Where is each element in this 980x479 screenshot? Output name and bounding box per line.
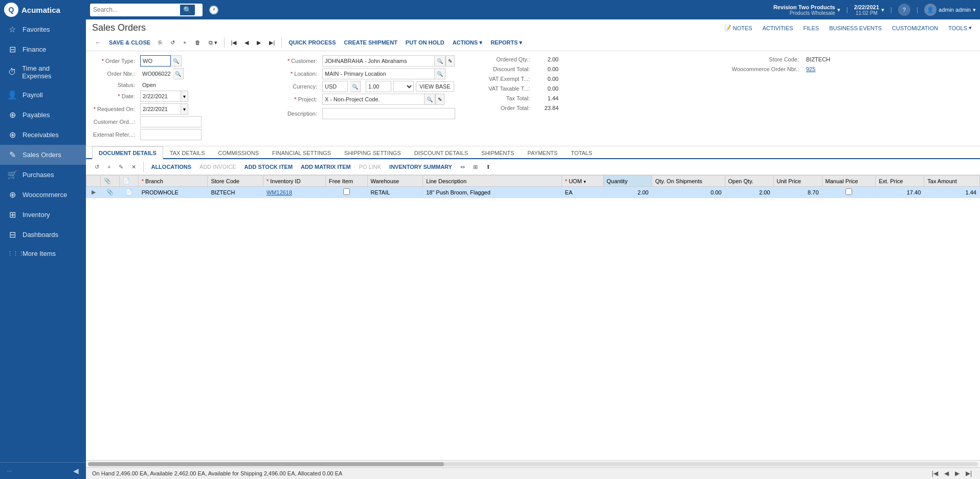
- prev-button[interactable]: ◀: [241, 38, 252, 48]
- scrollbar-track[interactable]: [88, 462, 978, 466]
- customer-ord-input[interactable]: [140, 116, 202, 127]
- detail-edit-button[interactable]: ✎: [116, 163, 126, 171]
- sidebar-item-dashboards[interactable]: ⊟ Dashboards: [0, 225, 86, 245]
- col-inventory-id[interactable]: Inventory ID: [263, 176, 325, 187]
- files-button[interactable]: FILES: [801, 24, 821, 32]
- customer-search-icon[interactable]: 🔍: [435, 55, 446, 67]
- reports-button[interactable]: REPORTS ▾: [487, 38, 525, 48]
- project-edit-icon[interactable]: ✎: [435, 94, 444, 105]
- sidebar-item-time-expenses[interactable]: ⏱ Time and Expenses: [0, 59, 86, 85]
- currency-rate-input[interactable]: [366, 81, 391, 92]
- col-uom[interactable]: UOM ▾: [562, 176, 603, 187]
- col-branch[interactable]: Branch: [138, 176, 208, 187]
- currency-search-icon[interactable]: 🔍: [350, 81, 361, 92]
- project-search-icon[interactable]: 🔍: [425, 94, 435, 105]
- sidebar-item-inventory[interactable]: ⊞ Inventory: [0, 205, 86, 225]
- next-button[interactable]: ▶: [254, 38, 264, 48]
- horizontal-scrollbar[interactable]: [86, 460, 980, 467]
- currency-rate-select[interactable]: [393, 81, 414, 92]
- add-matrix-item-button[interactable]: ADD MATRIX ITEM: [298, 163, 353, 171]
- excel-button[interactable]: ⊞: [471, 163, 480, 171]
- search-button[interactable]: 🔍: [180, 5, 195, 15]
- detail-delete-button[interactable]: ✕: [129, 163, 139, 171]
- tab-financial-settings[interactable]: FINANCIAL SETTINGS: [265, 146, 338, 159]
- col-ext-price[interactable]: Ext. Price: [876, 176, 924, 187]
- put-on-hold-button[interactable]: PUT ON HOLD: [403, 38, 448, 47]
- sidebar-item-sales-orders[interactable]: ✎ Sales Orders: [0, 145, 86, 165]
- col-tax-amount[interactable]: Tax Amount: [924, 176, 980, 187]
- status-prev-button[interactable]: ◀: [942, 469, 951, 477]
- create-shipment-button[interactable]: CREATE SHIPMENT: [341, 38, 400, 47]
- tab-tax-details[interactable]: TAX DETAILS: [163, 146, 212, 159]
- order-type-search-icon[interactable]: 🔍: [171, 55, 182, 67]
- customer-input[interactable]: [322, 55, 435, 67]
- order-type-input[interactable]: [140, 55, 171, 67]
- currency-input[interactable]: [322, 81, 348, 92]
- col-open-qty[interactable]: Open Qty.: [725, 176, 773, 187]
- location-input[interactable]: [322, 68, 435, 79]
- more-button[interactable]: ⧉ ▾: [206, 38, 220, 48]
- first-button[interactable]: |◀: [228, 38, 240, 48]
- status-next-button[interactable]: ▶: [953, 469, 962, 477]
- help-button[interactable]: ?: [898, 4, 910, 16]
- view-base-button[interactable]: VIEW BASE: [416, 81, 454, 92]
- tab-totals[interactable]: TOTALS: [564, 146, 599, 159]
- sidebar-item-favorites[interactable]: ☆ Favorites: [0, 19, 86, 39]
- sidebar-item-payroll[interactable]: 👤 Payroll: [0, 85, 86, 105]
- woo-order-value[interactable]: 925: [804, 65, 817, 73]
- logo-area[interactable]: Q Acumatica: [4, 3, 86, 17]
- col-warehouse[interactable]: Warehouse: [367, 176, 423, 187]
- col-unit-price[interactable]: Unit Price: [773, 176, 822, 187]
- fit-button[interactable]: ⇔: [458, 163, 467, 171]
- row-free-item[interactable]: [326, 187, 368, 198]
- tab-shipping-settings[interactable]: SHIPPING SETTINGS: [338, 146, 408, 159]
- manual-price-checkbox[interactable]: [845, 188, 852, 195]
- export-button[interactable]: ⬆: [483, 163, 493, 171]
- sidebar-bottom[interactable]: ··· ◀: [0, 462, 86, 479]
- undo-button[interactable]: ↺: [167, 38, 178, 48]
- company-selector[interactable]: Revision Two Products Products Wholesale…: [773, 4, 840, 16]
- notes-button[interactable]: 📝 NOTES: [722, 24, 754, 32]
- sidebar-item-woocommerce[interactable]: ⊕ Woocommerce: [0, 185, 86, 205]
- sidebar-item-finance[interactable]: ⊟ Finance: [0, 39, 86, 59]
- inventory-summary-button[interactable]: INVENTORY SUMMARY: [387, 163, 455, 171]
- customization-button[interactable]: CUSTOMIZATION: [890, 24, 940, 32]
- sidebar-item-purchases[interactable]: 🛒 Purchases: [0, 165, 86, 185]
- requested-on-input[interactable]: [140, 103, 181, 115]
- requested-on-calendar-icon[interactable]: ▾: [181, 103, 188, 115]
- col-store-code[interactable]: Store Code: [208, 176, 263, 187]
- save-close-button[interactable]: SAVE & CLOSE: [106, 38, 153, 47]
- table-row[interactable]: ▶ 📎 📄 PRODWHOLE BIZTECH WM12618 RETAIL 1…: [86, 187, 980, 198]
- history-button[interactable]: 🕐: [207, 3, 221, 17]
- add-button[interactable]: +: [180, 38, 189, 47]
- col-manual-price[interactable]: Manual Price: [822, 176, 876, 187]
- date-calendar-icon[interactable]: ▾: [181, 91, 188, 102]
- row-doc[interactable]: 📄: [120, 187, 139, 198]
- user-menu[interactable]: 👤 admin admin ▾: [924, 4, 976, 16]
- col-line-description[interactable]: Line Description: [423, 176, 562, 187]
- scrollbar-thumb[interactable]: [88, 462, 444, 466]
- back-button[interactable]: ←: [92, 38, 104, 47]
- col-qty-on-shipments[interactable]: Qty. On Shipments: [652, 176, 725, 187]
- sidebar-item-payables[interactable]: ⊕ Payables: [0, 105, 86, 125]
- activities-button[interactable]: ACTIVITIES: [761, 24, 795, 32]
- tab-discount-details[interactable]: DISCOUNT DETAILS: [408, 146, 475, 159]
- tab-payments[interactable]: PAYMENTS: [521, 146, 564, 159]
- tab-shipments[interactable]: SHIPMENTS: [475, 146, 521, 159]
- col-quantity[interactable]: Quantity: [603, 176, 652, 187]
- business-events-button[interactable]: BUSINESS EVENTS: [827, 24, 884, 32]
- tools-button[interactable]: TOOLS ▾: [946, 24, 974, 32]
- sidebar-collapse-button[interactable]: ◀: [73, 467, 79, 475]
- search-input[interactable]: [93, 6, 180, 13]
- add-stock-item-button[interactable]: ADD STOCK ITEM: [242, 163, 296, 171]
- tab-commissions[interactable]: COMMISSIONS: [212, 146, 265, 159]
- last-button[interactable]: ▶|: [266, 38, 278, 48]
- customer-edit-icon[interactable]: ✎: [446, 55, 455, 67]
- free-item-checkbox[interactable]: [343, 188, 350, 195]
- delete-button[interactable]: 🗑: [192, 38, 204, 47]
- row-expand[interactable]: ▶: [86, 187, 101, 198]
- status-last-button[interactable]: ▶|: [964, 469, 974, 477]
- external-refer-input[interactable]: [140, 129, 202, 140]
- description-input[interactable]: [322, 108, 455, 119]
- sidebar-item-more-items[interactable]: ⋮⋮⋮ More Items: [0, 245, 86, 263]
